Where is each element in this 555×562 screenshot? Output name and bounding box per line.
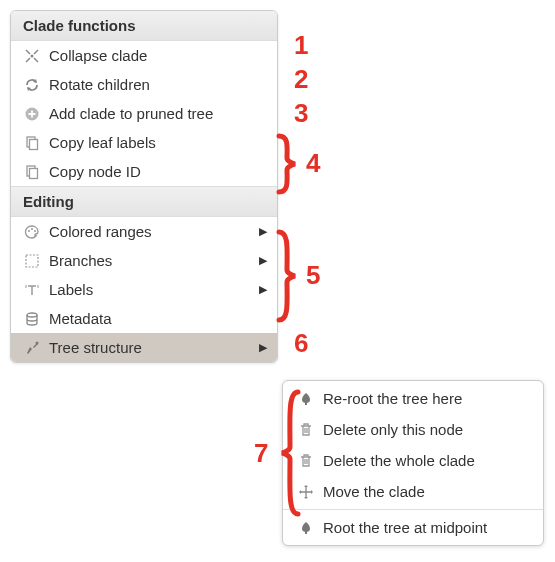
menu-item-tree-structure[interactable]: Tree structure ▶: [11, 333, 277, 362]
submenu-divider: [283, 509, 543, 510]
collapse-icon: [21, 48, 43, 64]
menu-item-label: Add clade to pruned tree: [43, 105, 267, 122]
svg-point-7: [31, 228, 33, 230]
plus-circle-icon: [21, 106, 43, 122]
submenu-arrow-icon: ▶: [259, 254, 267, 267]
menu-item-label: Tree structure: [43, 339, 259, 356]
dig-icon: [21, 340, 43, 356]
database-icon: [21, 311, 43, 327]
submenu-item-root-midpoint[interactable]: Root the tree at midpoint: [283, 512, 543, 543]
section-editing: Editing: [11, 186, 277, 217]
annotation-4: 4: [306, 148, 320, 179]
menu-item-label: Colored ranges: [43, 223, 259, 240]
submenu-arrow-icon: ▶: [259, 225, 267, 238]
submenu-item-label: Re-root the tree here: [317, 390, 531, 407]
annotation-5: 5: [306, 260, 320, 291]
menu-item-collapse-clade[interactable]: Collapse clade: [11, 41, 277, 70]
annotation-2: 2: [294, 64, 308, 95]
svg-rect-12: [305, 402, 307, 405]
svg-rect-9: [26, 255, 38, 267]
svg-point-11: [36, 341, 39, 344]
menu-item-copy-leaf-labels[interactable]: Copy leaf labels: [11, 128, 277, 157]
brace-icon: [275, 132, 301, 196]
svg-rect-5: [30, 168, 38, 178]
annotation-7: 7: [254, 438, 268, 469]
svg-rect-13: [305, 531, 307, 534]
copy-icon: [21, 135, 43, 151]
menu-item-label: Copy leaf labels: [43, 134, 267, 151]
menu-item-label: Branches: [43, 252, 259, 269]
menu-item-label: Labels: [43, 281, 259, 298]
svg-point-8: [34, 230, 36, 232]
submenu-item-label: Move the clade: [317, 483, 531, 500]
menu-item-rotate-children[interactable]: Rotate children: [11, 70, 277, 99]
submenu-item-delete-clade[interactable]: Delete the whole clade: [283, 445, 543, 476]
svg-rect-3: [30, 139, 38, 149]
menu-item-label: Metadata: [43, 310, 267, 327]
submenu-arrow-icon: ▶: [259, 341, 267, 354]
copy-icon: [21, 164, 43, 180]
move-icon: [295, 484, 317, 500]
context-menu: Clade functions Collapse clade Rotate ch…: [10, 10, 278, 363]
menu-item-label: Collapse clade: [43, 47, 267, 64]
tree-structure-submenu: Re-root the tree here Delete only this n…: [282, 380, 544, 546]
text-icon: [21, 282, 43, 298]
branches-icon: [21, 253, 43, 269]
menu-item-add-pruned[interactable]: Add clade to pruned tree: [11, 99, 277, 128]
svg-point-10: [27, 313, 37, 317]
menu-item-label: Rotate children: [43, 76, 267, 93]
annotation-3: 3: [294, 98, 308, 129]
submenu-item-label: Root the tree at midpoint: [317, 519, 531, 536]
submenu-item-move-clade[interactable]: Move the clade: [283, 476, 543, 507]
section-clade-functions: Clade functions: [11, 11, 277, 41]
tree-icon: [295, 391, 317, 407]
menu-item-label: Copy node ID: [43, 163, 267, 180]
menu-item-branches[interactable]: Branches ▶: [11, 246, 277, 275]
submenu-item-reroot[interactable]: Re-root the tree here: [283, 383, 543, 414]
palette-icon: [21, 224, 43, 240]
svg-point-0: [31, 54, 34, 57]
tree-icon: [295, 520, 317, 536]
submenu-item-delete-node[interactable]: Delete only this node: [283, 414, 543, 445]
rotate-icon: [21, 77, 43, 93]
menu-item-copy-node-id[interactable]: Copy node ID: [11, 157, 277, 186]
submenu-arrow-icon: ▶: [259, 283, 267, 296]
svg-point-6: [28, 230, 30, 232]
menu-item-labels[interactable]: Labels ▶: [11, 275, 277, 304]
submenu-item-label: Delete only this node: [317, 421, 531, 438]
submenu-item-label: Delete the whole clade: [317, 452, 531, 469]
menu-item-colored-ranges[interactable]: Colored ranges ▶: [11, 217, 277, 246]
annotation-6: 6: [294, 328, 308, 359]
trash-icon: [295, 453, 317, 469]
brace-icon: [275, 228, 301, 324]
annotation-1: 1: [294, 30, 308, 61]
trash-icon: [295, 422, 317, 438]
menu-item-metadata[interactable]: Metadata: [11, 304, 277, 333]
